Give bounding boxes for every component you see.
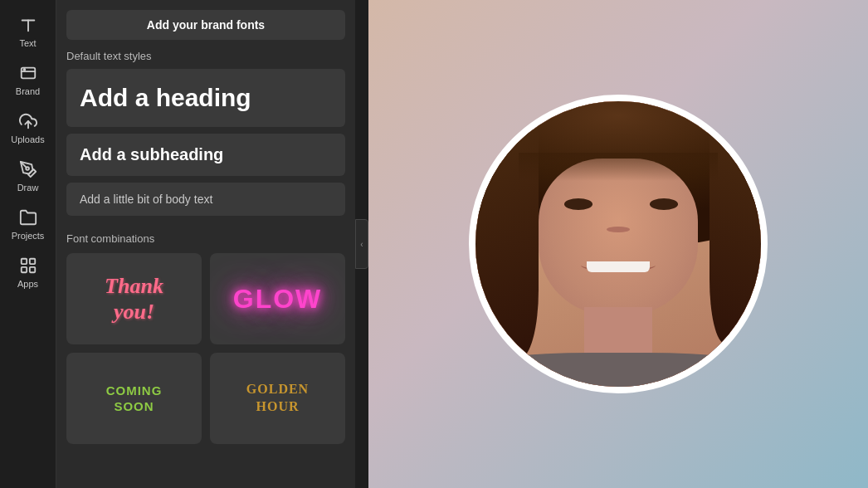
heading-text: Add a heading bbox=[80, 84, 332, 112]
default-text-styles-title: Default text styles bbox=[66, 50, 345, 62]
thank-you-text: Thankyou! bbox=[105, 273, 163, 325]
panel-collapse-toggle[interactable]: ‹ bbox=[355, 219, 368, 269]
glow-text: GLOW bbox=[233, 284, 323, 315]
sidebar-brand-label: Brand bbox=[16, 86, 40, 96]
left-sidebar: Text Brand Uploads bbox=[0, 0, 56, 488]
add-heading-button[interactable]: Add a heading bbox=[66, 69, 345, 127]
brand-icon bbox=[18, 63, 38, 83]
portrait-circle bbox=[469, 95, 768, 393]
sidebar-item-brand[interactable]: Brand bbox=[0, 55, 56, 103]
sidebar-item-draw[interactable]: Draw bbox=[0, 151, 56, 199]
font-combo-glow[interactable]: GLOW bbox=[210, 253, 345, 344]
draw-icon bbox=[18, 159, 38, 179]
sidebar-projects-label: Projects bbox=[12, 231, 45, 241]
sidebar-text-label: Text bbox=[19, 38, 36, 48]
canvas-background[interactable] bbox=[368, 0, 868, 488]
svg-rect-8 bbox=[29, 259, 34, 264]
body-text: Add a little bit of body text bbox=[80, 193, 332, 206]
sidebar-item-apps[interactable]: Apps bbox=[0, 247, 56, 295]
svg-rect-7 bbox=[21, 259, 26, 264]
font-combo-golden-hour[interactable]: GOLDENHOUR bbox=[210, 353, 345, 444]
portrait-image bbox=[475, 101, 761, 387]
svg-point-4 bbox=[23, 69, 25, 71]
sidebar-draw-label: Draw bbox=[17, 183, 39, 193]
uploads-icon bbox=[18, 111, 38, 131]
sidebar-apps-label: Apps bbox=[17, 279, 38, 289]
apps-icon bbox=[18, 256, 38, 276]
add-subheading-button[interactable]: Add a subheading bbox=[66, 134, 345, 176]
sidebar-item-text[interactable]: Text bbox=[0, 7, 56, 55]
projects-icon bbox=[18, 207, 38, 227]
default-text-styles-section: Default text styles Add a heading Add a … bbox=[66, 50, 345, 222]
add-body-text-button[interactable]: Add a little bit of body text bbox=[66, 183, 345, 216]
coming-soon-text: COMINGSOON bbox=[106, 383, 163, 415]
golden-hour-text: GOLDENHOUR bbox=[246, 381, 309, 416]
font-combinations-section: Font combinations Thankyou! GLOW COMINGS… bbox=[66, 232, 345, 444]
font-combinations-title: Font combinations bbox=[66, 232, 345, 245]
text-panel: Add your brand fonts Default text styles… bbox=[56, 0, 355, 488]
text-icon bbox=[18, 15, 38, 35]
sidebar-item-uploads[interactable]: Uploads bbox=[0, 103, 56, 151]
svg-rect-9 bbox=[21, 267, 26, 272]
svg-point-6 bbox=[26, 167, 29, 170]
collapse-arrow: ‹ bbox=[360, 240, 363, 249]
font-combo-grid: Thankyou! GLOW COMINGSOON GOLDENHOUR bbox=[66, 253, 345, 444]
subheading-text: Add a subheading bbox=[80, 145, 332, 164]
sidebar-item-projects[interactable]: Projects bbox=[0, 199, 56, 247]
add-brand-fonts-button[interactable]: Add your brand fonts bbox=[66, 10, 345, 40]
sidebar-uploads-label: Uploads bbox=[11, 134, 44, 144]
canvas-area bbox=[368, 0, 868, 488]
svg-rect-10 bbox=[29, 267, 34, 272]
font-combo-thank-you[interactable]: Thankyou! bbox=[66, 253, 202, 344]
font-combo-coming-soon[interactable]: COMINGSOON bbox=[66, 353, 202, 444]
